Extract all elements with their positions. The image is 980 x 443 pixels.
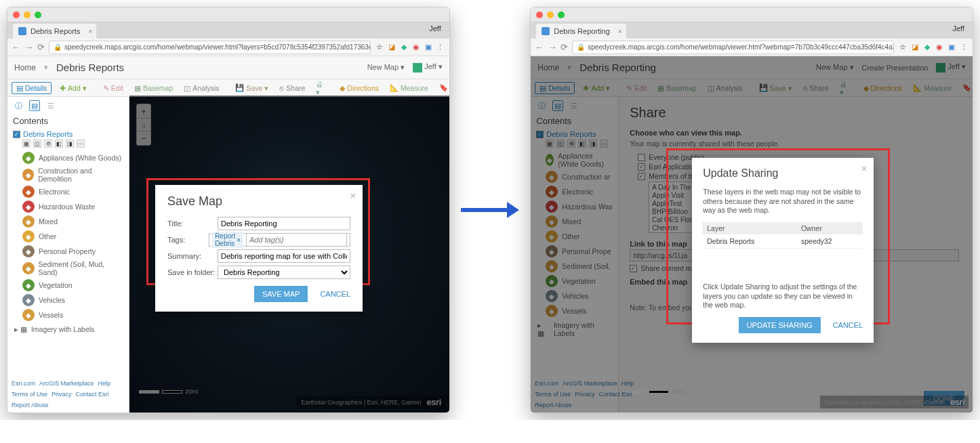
ext-icon-2[interactable]: ◆ bbox=[399, 43, 409, 52]
app-title: Debris Reports bbox=[56, 62, 124, 73]
save-map-dialog: × Save Map Title: Tags: Report Debris × … bbox=[155, 185, 363, 312]
close-icon[interactable]: × bbox=[350, 190, 356, 201]
url-box[interactable]: 🔒speedycreek.maps.arcgis.com/home/webmap… bbox=[572, 41, 894, 54]
url-text: speedycreek.maps.arcgis.com/home/webmap/… bbox=[588, 43, 894, 51]
new-map-link[interactable]: New Map ▾ bbox=[367, 63, 405, 72]
ext-icon-3[interactable]: ◉ bbox=[411, 43, 421, 52]
layer-tool-icon[interactable]: ⋯ bbox=[77, 140, 85, 148]
layer-tool-icon[interactable]: ▦ bbox=[22, 140, 30, 148]
update-sharing-button[interactable]: UPDATE SHARING bbox=[739, 317, 821, 333]
star-icon[interactable]: ☆ bbox=[375, 43, 384, 52]
tab-bar: Debris Reporting × Jeff bbox=[531, 22, 973, 39]
add-button[interactable]: ✚ Add ▾ bbox=[57, 83, 89, 93]
favicon bbox=[542, 27, 550, 35]
share-button[interactable]: ⎋ Share bbox=[277, 83, 308, 93]
content-tab-icon[interactable]: ▤ bbox=[29, 100, 40, 111]
measure-button[interactable]: 📐 Measure bbox=[387, 82, 431, 93]
layer-tool-icon[interactable]: ◫ bbox=[33, 140, 41, 148]
directions-button[interactable]: ◆ Directions bbox=[337, 83, 382, 93]
home-link[interactable]: Home bbox=[14, 63, 36, 72]
close-icon[interactable]: × bbox=[89, 28, 93, 35]
dialog-title: Save Map bbox=[167, 194, 350, 209]
star-icon[interactable]: ☆ bbox=[898, 43, 907, 52]
ext-icon-1[interactable]: ◪ bbox=[387, 43, 396, 52]
forward-icon[interactable]: → bbox=[24, 42, 33, 52]
max-dot[interactable] bbox=[558, 12, 565, 18]
footer-link[interactable]: Help bbox=[98, 380, 111, 387]
user-menu[interactable]: Jeff ▾ bbox=[413, 62, 443, 72]
menu-icon[interactable]: ⋮ bbox=[436, 43, 445, 52]
legend-item: ◆Personal Property bbox=[22, 245, 123, 257]
ext-icon-4[interactable]: ▣ bbox=[424, 43, 433, 52]
forward-icon[interactable]: → bbox=[548, 42, 556, 52]
details-button[interactable]: ▤ Details bbox=[12, 82, 52, 94]
tag-chip[interactable]: Report Debris × bbox=[212, 232, 243, 248]
legend-label: Sediment (Soil, Mud, Sand) bbox=[39, 260, 123, 276]
legend-tab-icon[interactable]: ☰ bbox=[45, 100, 56, 111]
reload-icon[interactable]: ⟳ bbox=[37, 42, 45, 52]
dialog-message: These layers in the web map may not be v… bbox=[703, 188, 863, 215]
tags-input[interactable]: Report Debris × bbox=[209, 233, 350, 247]
tab-title: Debris Reporting bbox=[554, 27, 610, 35]
ext-icon-4[interactable]: ▣ bbox=[947, 43, 956, 52]
bookmarks-button[interactable]: 🔖 Bookmarks bbox=[436, 82, 450, 93]
about-tab-icon[interactable]: ⓘ bbox=[13, 100, 24, 111]
close-icon[interactable]: × bbox=[861, 163, 867, 174]
close-dot[interactable] bbox=[13, 12, 20, 18]
profile-name[interactable]: Jeff bbox=[429, 24, 441, 33]
layer-tool-icon[interactable]: ⚙ bbox=[44, 140, 52, 148]
layer-checkbox[interactable]: ✓Debris Reports bbox=[13, 130, 123, 138]
edit-button[interactable]: ✎ Edit bbox=[100, 83, 126, 93]
back-icon[interactable]: ← bbox=[535, 42, 544, 52]
footer-link[interactable]: Terms of Use bbox=[12, 391, 47, 398]
close-icon[interactable]: × bbox=[618, 28, 622, 35]
legend-label: Construction and Demolition bbox=[38, 167, 123, 183]
ext-icon-2[interactable]: ◆ bbox=[922, 43, 932, 52]
basemap-row[interactable]: ▸ ▦ Imagery with Labels bbox=[14, 325, 123, 333]
back-icon[interactable]: ← bbox=[12, 42, 20, 52]
max-dot[interactable] bbox=[35, 12, 41, 18]
footer-link[interactable]: Esri.com bbox=[12, 380, 35, 387]
layer-tool-icon[interactable]: ◧ bbox=[55, 140, 63, 148]
dialog-message-2: Click Update Sharing to adjust the setti… bbox=[703, 282, 863, 310]
min-dot[interactable] bbox=[547, 12, 554, 18]
footer-link[interactable]: Report Abuse bbox=[12, 402, 49, 408]
profile-name[interactable]: Jeff bbox=[952, 24, 964, 33]
ext-icon-3[interactable]: ◉ bbox=[935, 43, 944, 52]
footer-link[interactable]: ArcGIS Marketplace bbox=[39, 380, 94, 387]
save-button[interactable]: 💾 Save ▾ bbox=[232, 82, 271, 93]
legend-item: ◆Sediment (Soil, Mud, Sand) bbox=[22, 260, 123, 276]
legend-symbol-icon: ◆ bbox=[22, 186, 35, 198]
browser-tab[interactable]: Debris Reports × bbox=[13, 24, 96, 39]
cancel-button[interactable]: CANCEL bbox=[320, 290, 350, 298]
legend-item: ◆Vehicles bbox=[22, 294, 123, 306]
layer-table: LayerOwner Debris Reportsspeedy32 bbox=[703, 222, 863, 249]
tag-add-input[interactable] bbox=[246, 233, 347, 247]
layer-tool-icon[interactable]: ◨ bbox=[66, 140, 74, 148]
cancel-button[interactable]: CANCEL bbox=[833, 321, 863, 329]
legend-label: Vehicles bbox=[39, 296, 65, 304]
summary-input[interactable] bbox=[218, 249, 350, 263]
ext-icon-1[interactable]: ◪ bbox=[910, 43, 920, 52]
basemap-button[interactable]: ▦ Basemap bbox=[131, 83, 176, 93]
legend-item: ◆Vegetation bbox=[22, 279, 123, 291]
analysis-button[interactable]: ◫ Analysis bbox=[181, 83, 222, 93]
legend-label: Other bbox=[39, 232, 56, 240]
close-dot[interactable] bbox=[536, 12, 543, 18]
folder-select[interactable]: Debris Reporting bbox=[218, 266, 350, 279]
url-box[interactable]: 🔒 speedycreek.maps.arcgis.com/home/webma… bbox=[49, 41, 371, 54]
browser-tab[interactable]: Debris Reporting × bbox=[536, 24, 626, 39]
print-button[interactable]: 🖨 ▾ bbox=[313, 79, 326, 98]
footer-link[interactable]: Contact Esri bbox=[76, 391, 109, 398]
min-dot[interactable] bbox=[24, 12, 30, 18]
footer-link[interactable]: Privacy bbox=[52, 391, 72, 398]
nav-icons: ← → ⟳ bbox=[12, 42, 45, 52]
menu-icon[interactable]: ⋮ bbox=[959, 43, 968, 52]
legend-symbol-icon: ◆ bbox=[22, 169, 34, 181]
save-map-button[interactable]: SAVE MAP bbox=[254, 286, 308, 302]
address-bar: ←→⟳ 🔒speedycreek.maps.arcgis.com/home/we… bbox=[531, 39, 973, 56]
title-input[interactable] bbox=[218, 217, 350, 230]
reload-icon[interactable]: ⟳ bbox=[560, 42, 568, 52]
legend-list: ◆Appliances (White Goods)◆Construction a… bbox=[13, 152, 123, 321]
tags-label: Tags: bbox=[167, 236, 209, 244]
